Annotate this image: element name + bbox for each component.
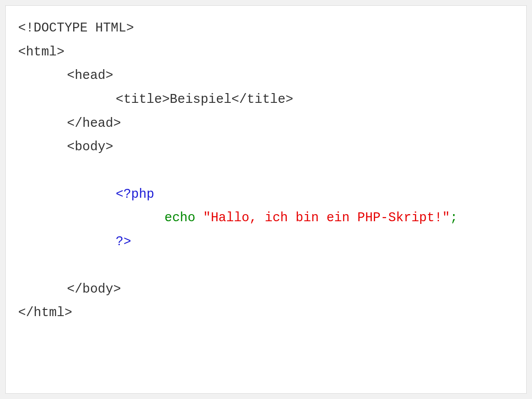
code-line-head-close: </head> bbox=[18, 112, 514, 136]
code-line-echo: echo "Hallo, ich bin ein PHP-Skript!"; bbox=[18, 206, 514, 230]
code-text: </html> bbox=[18, 305, 72, 320]
code-text: <!DOCTYPE HTML> bbox=[18, 21, 134, 35]
code-line-html-close: </html> bbox=[18, 301, 514, 325]
php-string: "Hallo, ich bin ein PHP-Skript!" bbox=[203, 211, 450, 225]
code-line-body-close: </body> bbox=[18, 278, 514, 301]
code-line-body-open: <body> bbox=[18, 135, 514, 159]
php-semicolon: ; bbox=[450, 211, 458, 225]
code-text: </head> bbox=[67, 116, 121, 131]
code-text: </title> bbox=[231, 92, 293, 107]
code-line-title: <title>Beispiel</title> bbox=[18, 88, 514, 112]
blank-line bbox=[18, 254, 514, 278]
code-line-php-open: <?php bbox=[18, 183, 514, 207]
php-keyword: echo bbox=[164, 211, 203, 225]
code-snippet-container: <!DOCTYPE HTML> <html> <head> <title>Bei… bbox=[5, 5, 527, 394]
code-text: Beispiel bbox=[170, 92, 231, 107]
code-text: <body> bbox=[67, 140, 113, 154]
php-open-tag: <?php bbox=[116, 187, 154, 202]
code-text: </body> bbox=[67, 282, 121, 297]
code-text: <html> bbox=[18, 45, 64, 59]
php-close-tag: ?> bbox=[116, 235, 131, 249]
code-line-php-close: ?> bbox=[18, 230, 514, 254]
code-line-head-open: <head> bbox=[18, 64, 514, 88]
code-text: <head> bbox=[67, 68, 113, 83]
code-text: <title> bbox=[116, 92, 170, 107]
code-line-html-open: <html> bbox=[18, 40, 514, 64]
blank-line bbox=[18, 159, 514, 183]
code-line-doctype: <!DOCTYPE HTML> bbox=[18, 16, 514, 40]
